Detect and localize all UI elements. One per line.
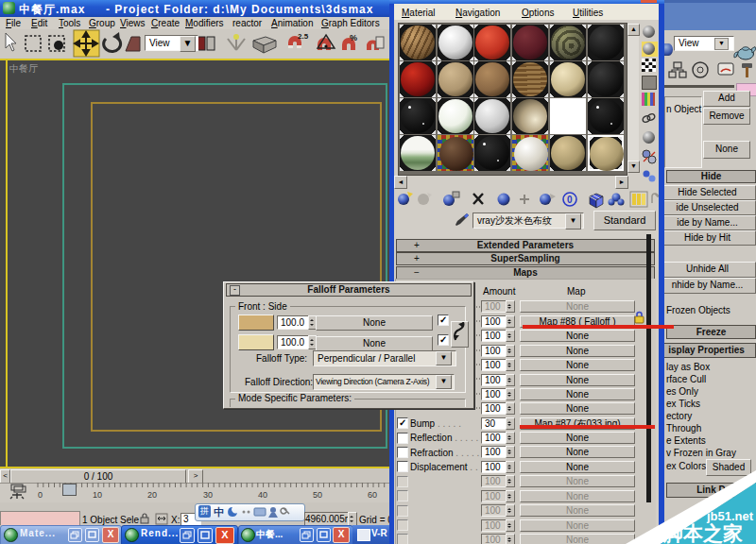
svg-text:10: 10 xyxy=(93,490,102,500)
svg-text:60: 60 xyxy=(368,490,377,500)
svg-text:0: 0 xyxy=(567,195,573,205)
svg-text:脚本之家: 脚本之家 xyxy=(662,522,743,544)
svg-text:jb51.net: jb51.net xyxy=(706,509,754,523)
svg-text:40: 40 xyxy=(258,490,267,500)
svg-text:20: 20 xyxy=(147,490,157,500)
svg-text:30: 30 xyxy=(203,490,213,500)
svg-text:%: % xyxy=(350,33,357,42)
svg-text:50: 50 xyxy=(313,490,322,500)
svg-text:2.5: 2.5 xyxy=(298,32,309,41)
